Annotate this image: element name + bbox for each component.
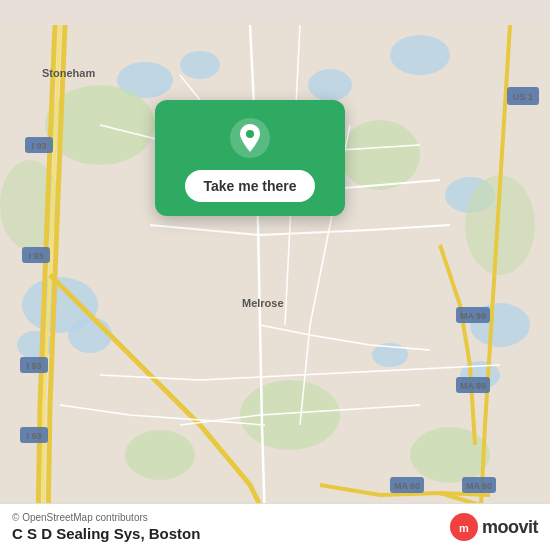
svg-point-16 [410, 427, 490, 483]
svg-point-9 [180, 51, 220, 79]
location-card: Take me there [155, 100, 345, 216]
moovit-icon: m [450, 513, 478, 541]
bottom-left: © OpenStreetMap contributors C S D Seali… [12, 512, 200, 542]
bottom-bar: © OpenStreetMap contributors C S D Seali… [0, 503, 550, 550]
attribution-text: © OpenStreetMap contributors [12, 512, 200, 523]
svg-text:MA 99: MA 99 [460, 381, 486, 391]
svg-text:I 93: I 93 [31, 141, 46, 151]
svg-text:MA 60: MA 60 [466, 481, 492, 491]
svg-point-15 [125, 430, 195, 480]
svg-text:MA 99: MA 99 [460, 311, 486, 321]
svg-text:I 93: I 93 [26, 431, 41, 441]
business-name: C S D Sealing Sys, Boston [12, 525, 200, 542]
svg-point-11 [390, 35, 450, 75]
stoneham-label: Stoneham [42, 67, 95, 79]
take-me-there-button[interactable]: Take me there [185, 170, 314, 202]
svg-text:I 93: I 93 [26, 361, 41, 371]
map-container: I 93 I 93 I 93 I 93 US 1 MA 99 MA 99 MA … [0, 0, 550, 550]
svg-point-38 [246, 130, 254, 138]
svg-text:m: m [459, 522, 469, 534]
svg-point-13 [340, 120, 420, 190]
melrose-label: Melrose [242, 297, 284, 309]
svg-text:MA 60: MA 60 [394, 481, 420, 491]
svg-point-2 [68, 317, 112, 353]
location-pin-icon [228, 116, 272, 160]
map-background: I 93 I 93 I 93 I 93 US 1 MA 99 MA 99 MA … [0, 0, 550, 550]
svg-text:US 1: US 1 [513, 92, 533, 102]
moovit-logo: m moovit [450, 513, 538, 541]
svg-text:I 93: I 93 [28, 251, 43, 261]
moovit-text: moovit [482, 517, 538, 538]
svg-point-10 [308, 69, 352, 101]
